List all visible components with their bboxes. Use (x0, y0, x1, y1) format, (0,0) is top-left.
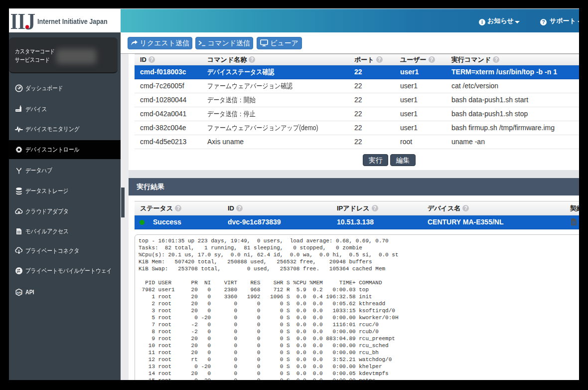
svg-text:API: API (16, 291, 21, 294)
